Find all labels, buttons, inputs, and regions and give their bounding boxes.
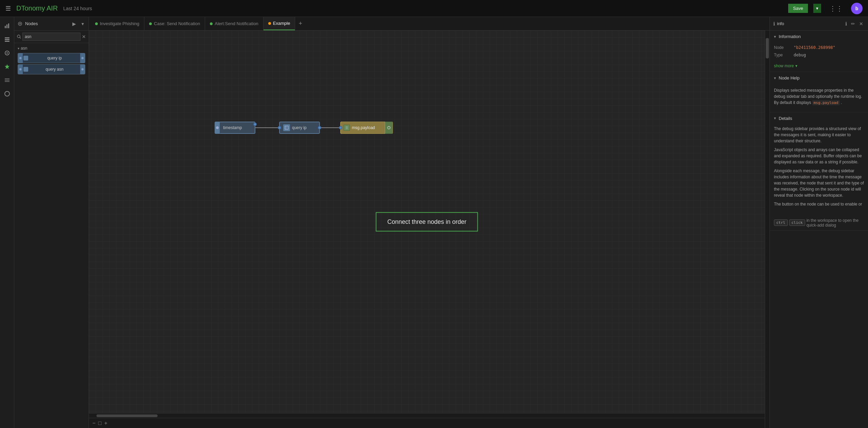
canvas-hint: Connect three nodes in order	[376, 212, 478, 232]
details-section: ▾ Details The debug sidebar provides a s…	[770, 112, 868, 231]
port-left-query-ip	[18, 53, 23, 63]
node-panel-play-button[interactable]: ▶	[71, 20, 77, 27]
node-help-toggle-icon: ▾	[774, 76, 776, 81]
details-toggle-icon: ▾	[774, 116, 776, 121]
more-options-icon[interactable]: ⋮⋮	[829, 4, 843, 13]
tab-dot-alert	[210, 22, 213, 25]
port-left-query-asn	[18, 65, 23, 74]
canvas-footer: − □ +	[89, 418, 765, 428]
save-dropdown-button[interactable]: ▾	[813, 4, 821, 13]
search-icon	[17, 35, 21, 39]
details-para-1: The debug sidebar provides a structured …	[774, 126, 864, 144]
zoom-fit-button[interactable]: □	[98, 420, 102, 426]
node-panel-dropdown-button[interactable]: ▾	[80, 20, 85, 27]
sidebar-list-icon[interactable]	[1, 74, 13, 86]
information-section-header[interactable]: ▾ Information	[770, 31, 868, 42]
svg-marker-8	[5, 64, 10, 69]
tab-investigate-phishing[interactable]: Investigate Phishing	[90, 17, 144, 30]
nodes-icon	[18, 21, 22, 26]
node-help-title: Node Help	[779, 75, 799, 81]
time-range: Last 24 hours	[63, 6, 92, 11]
details-para-4: The button on the node can be used to en…	[774, 201, 864, 207]
tab-add-button[interactable]: +	[295, 17, 306, 30]
node-panel-header: Nodes ▶ ▾	[14, 17, 89, 31]
left-sidebar	[0, 17, 14, 428]
details-para-3: Alongside each message, the debug sideba…	[774, 168, 864, 198]
info-panel-title: info	[777, 21, 842, 26]
info-close-button[interactable]: ✕	[858, 20, 865, 28]
search-input[interactable]	[22, 33, 80, 41]
information-fields: Node "b2411560.268998" Type debug	[770, 42, 868, 62]
information-section: ▾ Information Node "b2411560.268998" Typ…	[770, 31, 868, 72]
menu-icon[interactable]: ☰	[5, 5, 11, 12]
flow-node-msgpayload[interactable]: msg.payload	[340, 122, 393, 134]
avatar[interactable]: b	[851, 3, 863, 14]
show-more-button[interactable]: show more ▾	[770, 62, 868, 72]
flow-node-timestamp[interactable]: timestamp	[215, 122, 255, 134]
port-right-query-ip	[80, 53, 85, 63]
tab-case-send-notification[interactable]: Case: Send Notification	[144, 17, 205, 30]
svg-point-7	[6, 52, 8, 54]
kbd-text: in the workspace to open the quick-add d…	[807, 218, 864, 228]
svg-line-16	[20, 37, 21, 38]
node-panel: Nodes ▶ ▾ ✕ ▾ asn query ip	[14, 17, 89, 428]
tab-alert-send-notification[interactable]: Alert:Send Notification	[205, 17, 264, 30]
details-header[interactable]: ▾ Details	[770, 112, 868, 124]
tab-example[interactable]: Example	[264, 17, 295, 30]
flow-node-queryip[interactable]: query ip	[279, 122, 320, 134]
node-item-query-ip[interactable]: query ip	[18, 53, 85, 63]
node-group-header[interactable]: ▾ asn	[14, 44, 89, 52]
tab-dot-investigate	[95, 22, 98, 25]
kbd-ctrl: ctrl	[774, 219, 788, 226]
kbd-click: click	[789, 219, 805, 226]
node-group-label: asn	[21, 46, 27, 51]
information-section-title: Information	[779, 34, 801, 39]
sidebar-circle-icon[interactable]	[1, 88, 13, 100]
zoom-in-button[interactable]: +	[104, 420, 107, 426]
zoom-controls: − □ +	[92, 420, 107, 426]
svg-rect-2	[8, 23, 9, 28]
scrollbar-thumb-v[interactable]	[766, 38, 769, 58]
svg-point-14	[19, 23, 21, 24]
node-field-value: "b2411560.268998"	[794, 45, 835, 50]
zoom-out-button[interactable]: −	[92, 420, 95, 426]
sidebar-drop-icon[interactable]	[1, 47, 13, 59]
info-info-button[interactable]: ℹ	[844, 20, 848, 28]
svg-point-12	[5, 91, 10, 96]
node-item-label-query-asn: query asn	[29, 67, 80, 72]
details-title: Details	[779, 116, 792, 121]
canvas-area: Investigate Phishing Case: Send Notifica…	[89, 17, 770, 428]
canvas[interactable]: Connect three nodes in order	[89, 31, 765, 413]
canvas-container: Connect three nodes in order	[89, 31, 770, 428]
code-msg-payload: msg.payload	[812, 100, 840, 105]
node-item-label-query-ip: query ip	[29, 56, 80, 60]
node-field: Node "b2411560.268998"	[774, 44, 864, 51]
sidebar-layers-icon[interactable]	[1, 33, 13, 46]
show-more-arrow: ▾	[795, 64, 797, 68]
node-help-header[interactable]: ▾ Node Help	[770, 72, 868, 84]
canvas-right: Connect three nodes in order	[89, 31, 765, 428]
node-field-label: Node	[774, 45, 791, 50]
svg-rect-4	[5, 39, 10, 40]
scrollbar-thumb-h[interactable]	[96, 414, 158, 417]
details-body: The debug sidebar provides a structured …	[770, 124, 868, 213]
main-layout: Nodes ▶ ▾ ✕ ▾ asn query ip	[0, 17, 868, 428]
vertical-scrollbar[interactable]	[765, 31, 770, 428]
info-edit-button[interactable]: ✏	[850, 20, 856, 28]
save-button[interactable]: Save	[788, 4, 808, 13]
information-toggle-icon: ▾	[774, 34, 776, 39]
search-clear-icon[interactable]: ✕	[82, 34, 86, 39]
svg-rect-19	[285, 126, 288, 129]
info-panel-header: ℹ info ℹ ✏ ✕	[770, 17, 868, 31]
type-field-label: Type	[774, 53, 791, 57]
sidebar-chart-icon[interactable]	[1, 20, 13, 32]
node-help-body: Displays selected message properties in …	[770, 84, 868, 112]
sidebar-star-icon[interactable]	[1, 60, 13, 73]
svg-rect-5	[5, 41, 10, 42]
horizontal-scrollbar[interactable]	[89, 413, 765, 418]
node-item-query-asn[interactable]: query asn	[18, 64, 85, 74]
tabs-bar: Investigate Phishing Case: Send Notifica…	[89, 17, 770, 31]
port-right-query-asn	[80, 65, 85, 74]
node-icon-query-ip	[23, 56, 28, 60]
msgpayload-toggle-button[interactable]	[385, 122, 393, 134]
